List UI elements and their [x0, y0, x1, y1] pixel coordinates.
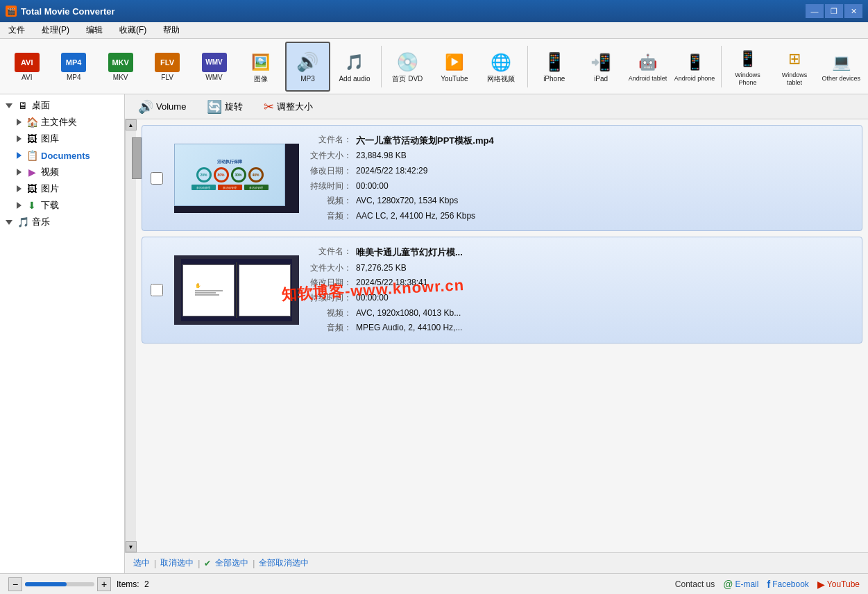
scroll-thumb[interactable] [132, 137, 142, 179]
sidebar-item-videos[interactable]: ▶ 视频 [0, 164, 124, 180]
label-size-2: 文件大小： [310, 261, 352, 276]
sidebar-item-documents[interactable]: 📋 Documents [0, 147, 124, 164]
mp4-icon: MP4 [61, 53, 86, 72]
photos-label: 图片 [41, 183, 59, 195]
toolbar-add-audio[interactable]: 🎵 Add audio [332, 42, 377, 92]
menu-process[interactable]: 处理(P) [37, 23, 74, 37]
web-video-label: 网络视频 [487, 75, 515, 83]
menu-file[interactable]: 文件 [4, 23, 29, 37]
select-all-action[interactable]: 全部选中 [215, 557, 248, 569]
home-icon: 🏠 [26, 116, 38, 128]
music-icon: 🎵 [17, 216, 29, 228]
ppt-btn-3: 多活动管理 [244, 185, 269, 190]
sidebar-item-desktop[interactable]: 🖥 桌面 [0, 97, 124, 114]
deselect-all-action[interactable]: 全部取消选中 [259, 557, 309, 569]
menu-help[interactable]: 帮助 [159, 23, 184, 37]
desktop-icon: 🖥 [17, 99, 29, 112]
duration-1: 00:00:00 [356, 179, 389, 194]
sep-2: | [198, 559, 200, 568]
label-audio-1: 音频： [310, 209, 352, 224]
toolbar-mkv[interactable]: MKV MKV [98, 42, 143, 92]
file-checkbox-2[interactable] [151, 284, 163, 296]
facebook-icon: f [767, 579, 770, 590]
label-duration-1: 持续时间： [310, 179, 352, 194]
menu-edit[interactable]: 编辑 [82, 23, 107, 37]
file-info-row-video-2: 视频： AVC, 1920x1080, 4013 Kb... [310, 306, 853, 321]
sidebar-item-photos[interactable]: 🖼 图片 [0, 180, 124, 197]
toolbar-android-phone[interactable]: 📱 Android phone [672, 42, 717, 92]
expand-arrow-desktop [6, 103, 12, 108]
zoom-slider[interactable] [25, 582, 94, 586]
file-info-row-size-1: 文件大小： 23,884.98 KB [310, 148, 853, 164]
toolbar-iphone[interactable]: 📱 iPhone [531, 42, 577, 92]
music-label: 音乐 [32, 216, 50, 228]
file-checkbox-1[interactable] [151, 172, 163, 185]
photos-arrow [17, 185, 22, 192]
status-bar-right: Contact us @ E-mail f Facebook ▶ YouTube [675, 579, 860, 590]
label-video-2: 视频： [310, 306, 352, 321]
minimize-button[interactable]: — [806, 4, 824, 18]
toolbar-avi[interactable]: AVI AVI [4, 42, 49, 92]
filesize-2: 87,276.25 KB [356, 261, 407, 276]
sidebar-item-music[interactable]: 🎵 音乐 [0, 214, 124, 230]
expand-arrow-music [6, 220, 12, 225]
gallery-icon: 🖼 [26, 133, 38, 145]
youtube-link[interactable]: ▶ YouTube [817, 579, 860, 590]
sidebar-item-downloads[interactable]: ⬇ 下载 [0, 197, 124, 214]
screen-left: ✋ [182, 264, 235, 316]
select-action[interactable]: 选中 [133, 557, 150, 569]
toolbar-sep-3 [721, 46, 722, 87]
toolbar-youtube[interactable]: ▶️ YouTube [432, 42, 477, 92]
toolbar-ipad[interactable]: 📲 iPad [578, 42, 623, 92]
iphone-label: iPhone [543, 75, 565, 83]
resize-label: 调整大小 [277, 101, 313, 113]
scrollbar[interactable]: ▲ ▼ [125, 119, 136, 552]
zoom-in-button[interactable]: + [97, 577, 111, 591]
toolbar-sep-1 [381, 46, 382, 87]
toolbar-mp4[interactable]: MP4 MP4 [51, 42, 96, 92]
title-bar: 🎬 Total Movie Converter — ❐ ✕ [0, 0, 868, 22]
ppt-buttons: 多活动管理 多活动管理 多活动管理 [192, 185, 269, 190]
youtube-label: YouTube [827, 579, 860, 589]
sep-3: | [253, 559, 255, 568]
menu-favorites[interactable]: 收藏(F) [115, 23, 151, 37]
toolbar-mp3[interactable]: 🔊 MP3 [285, 42, 331, 92]
toolbar-other-devices[interactable]: 💻 Other devices [819, 42, 864, 92]
volume-button[interactable]: 🔊 Volume [133, 96, 191, 117]
close-button[interactable]: ✕ [844, 4, 862, 18]
toolbar-flv[interactable]: FLV FLV [144, 42, 189, 92]
toolbar-image[interactable]: 🖼️ 图像 [238, 42, 283, 92]
toolbar-wmv[interactable]: WMV WMV [192, 42, 237, 92]
title-bar-left: 🎬 Total Movie Converter [6, 6, 115, 17]
toolbar-windows-phone[interactable]: 📱 Windows Phone [725, 42, 770, 92]
label-audio-2: 音频： [310, 321, 352, 336]
sidebar-item-home[interactable]: 🏠 主文件夹 [0, 114, 124, 130]
label-duration-2: 持续时间： [310, 291, 352, 306]
email-link[interactable]: @ E-mail [723, 579, 758, 590]
toolbar-home-dvd[interactable]: 💿 首页 DVD [385, 42, 430, 92]
resize-button[interactable]: ✂ 调整大小 [259, 96, 318, 117]
image-icon: 🖼️ [250, 51, 272, 74]
audio-info-2: MPEG Audio, 2, 44100 Hz,... [356, 321, 462, 336]
sidebar: 🖥 桌面 🏠 主文件夹 🖼 图库 📋 Documents ▶ 视频 🖼 图片 [0, 94, 125, 573]
file-info-row-name-1: 文件名： 六一儿童节活动策划PPT模板.mp4 [310, 133, 853, 148]
toolbar-web-video[interactable]: 🌐 网络视频 [479, 42, 524, 92]
zoom-out-button[interactable]: − [8, 577, 22, 591]
label-size-1: 文件大小： [310, 148, 352, 164]
photos-icon: 🖼 [26, 183, 38, 195]
rotate-button[interactable]: 🔄 旋转 [202, 96, 248, 117]
sidebar-item-gallery[interactable]: 🖼 图库 [0, 130, 124, 147]
file-info-row-date-1: 修改日期： 2024/5/22 18:42:29 [310, 164, 853, 179]
scroll-down-button[interactable]: ▼ [126, 541, 137, 552]
file-info-row-video-1: 视频： AVC, 1280x720, 1534 Kbps [310, 194, 853, 209]
toolbar-windows-tablet[interactable]: ⊞ Windows tablet [772, 42, 817, 92]
items-text: Items: [117, 579, 139, 589]
facebook-link[interactable]: f Facebook [767, 579, 808, 590]
scroll-up-button[interactable]: ▲ [126, 119, 137, 130]
deselect-action[interactable]: 取消选中 [160, 557, 194, 569]
ipad-label: iPad [594, 75, 608, 83]
contact-link[interactable]: Contact us [675, 579, 715, 589]
toolbar-android-tablet[interactable]: 🤖 Android tablet [625, 42, 670, 92]
restore-button[interactable]: ❐ [825, 4, 843, 18]
documents-arrow [17, 152, 22, 159]
